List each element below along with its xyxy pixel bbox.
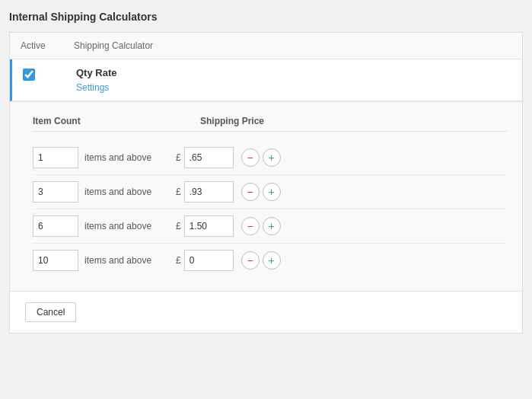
- currency-symbol: £: [176, 152, 181, 163]
- shipping-price-input[interactable]: [184, 181, 234, 203]
- settings-panel: Item Count Shipping Price items and abov…: [10, 101, 522, 291]
- footer-panel: Cancel: [10, 291, 522, 333]
- page-container: Internal Shipping Calculators Active Shi…: [0, 0, 532, 344]
- increment-button[interactable]: +: [263, 217, 281, 235]
- checkbox-col: [23, 67, 76, 83]
- table-header: Active Shipping Calculator: [10, 33, 522, 59]
- items-above-label: items and above: [84, 152, 176, 163]
- calculator-name: Qty Rate: [76, 67, 511, 78]
- active-checkbox[interactable]: [23, 69, 35, 81]
- decrement-button[interactable]: −: [241, 183, 260, 201]
- cancel-button[interactable]: Cancel: [25, 302, 76, 322]
- rates-container: items and above £ − + items and above £ …: [33, 141, 507, 277]
- item-count-input[interactable]: [33, 250, 78, 271]
- rate-row: items and above £ − +: [33, 209, 507, 244]
- rate-controls: − +: [241, 148, 281, 167]
- shipping-price-input[interactable]: [184, 215, 234, 237]
- shipping-price-input[interactable]: [184, 250, 234, 271]
- decrement-button[interactable]: −: [241, 217, 260, 235]
- price-col: £ − +: [176, 147, 281, 168]
- price-col: £ − +: [176, 215, 281, 237]
- price-col: £ − +: [176, 250, 281, 271]
- page-title: Internal Shipping Calculators: [9, 11, 523, 23]
- col-calculator-header: Shipping Calculator: [74, 40, 153, 51]
- currency-symbol: £: [176, 255, 181, 266]
- shipping-price-header: Shipping Price: [200, 116, 264, 126]
- currency-symbol: £: [176, 221, 181, 231]
- rate-controls: − +: [241, 183, 281, 201]
- increment-button[interactable]: +: [263, 251, 281, 270]
- currency-symbol: £: [176, 187, 181, 197]
- item-count-input[interactable]: [33, 181, 78, 203]
- settings-link[interactable]: Settings: [76, 82, 109, 93]
- decrement-button[interactable]: −: [241, 148, 260, 167]
- increment-button[interactable]: +: [263, 148, 281, 167]
- calculator-row: Qty Rate Settings: [10, 59, 522, 101]
- settings-grid-header: Item Count Shipping Price: [33, 116, 507, 132]
- calculator-details: Qty Rate Settings: [76, 67, 511, 93]
- rate-row: items and above £ − +: [33, 175, 507, 209]
- items-above-label: items and above: [84, 187, 176, 197]
- decrement-button[interactable]: −: [241, 251, 260, 270]
- shipping-price-input[interactable]: [184, 147, 234, 168]
- items-above-label: items and above: [84, 221, 176, 231]
- rate-controls: − +: [241, 251, 281, 270]
- rate-row: items and above £ − +: [33, 141, 507, 175]
- item-count-input[interactable]: [33, 147, 78, 168]
- rate-controls: − +: [241, 217, 281, 235]
- items-above-label: items and above: [84, 255, 176, 266]
- increment-button[interactable]: +: [263, 183, 281, 201]
- rate-row: items and above £ − +: [33, 244, 507, 277]
- price-col: £ − +: [176, 181, 281, 203]
- main-panel: Active Shipping Calculator Qty Rate Sett…: [9, 32, 523, 334]
- item-count-input[interactable]: [33, 215, 78, 237]
- item-count-header: Item Count: [33, 116, 200, 126]
- col-active-header: Active: [21, 40, 74, 51]
